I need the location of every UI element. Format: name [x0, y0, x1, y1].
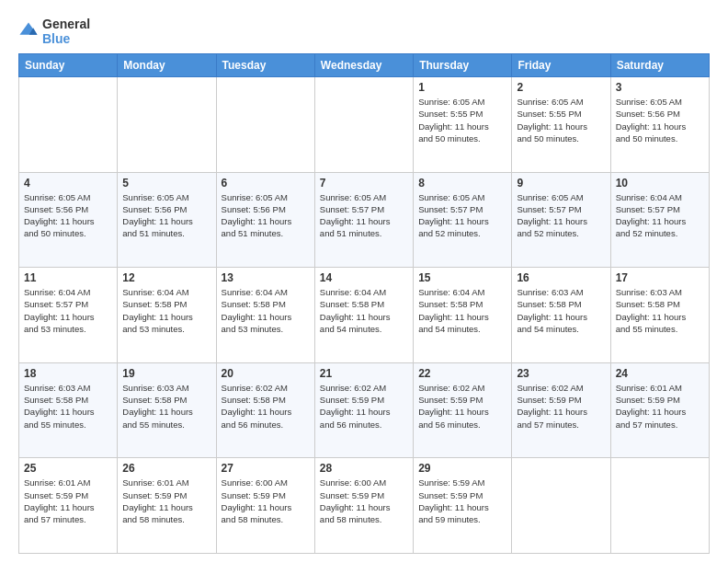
calendar-cell: 2Sunrise: 6:05 AMSunset: 5:55 PMDaylight… — [512, 77, 610, 173]
header: General Blue — [18, 17, 710, 46]
calendar-cell: 26Sunrise: 6:01 AMSunset: 5:59 PMDayligh… — [118, 458, 216, 554]
day-number: 25 — [24, 462, 112, 475]
calendar-cell — [512, 458, 610, 554]
calendar-cell: 12Sunrise: 6:04 AMSunset: 5:58 PMDayligh… — [118, 268, 216, 363]
day-detail: Sunrise: 6:05 AMSunset: 5:55 PMDaylight:… — [418, 96, 506, 144]
calendar-cell — [610, 458, 709, 554]
day-detail: Sunrise: 6:00 AMSunset: 5:59 PMDaylight:… — [222, 477, 310, 525]
day-number: 17 — [616, 271, 704, 284]
logo-icon — [18, 21, 39, 41]
day-number: 26 — [122, 462, 210, 475]
day-number: 23 — [517, 367, 605, 380]
page: General Blue SundayMondayTuesdayWednesda… — [0, 0, 728, 563]
calendar-header-row: SundayMondayTuesdayWednesdayThursdayFrid… — [19, 54, 710, 77]
calendar-cell — [19, 77, 118, 173]
calendar-header-friday: Friday — [512, 54, 610, 77]
day-detail: Sunrise: 6:02 AMSunset: 5:59 PMDaylight:… — [320, 382, 408, 431]
day-number: 9 — [517, 177, 605, 190]
day-detail: Sunrise: 6:03 AMSunset: 5:58 PMDaylight:… — [616, 286, 704, 335]
calendar-header-saturday: Saturday — [610, 54, 709, 77]
calendar-header-wednesday: Wednesday — [314, 54, 413, 77]
day-detail: Sunrise: 6:03 AMSunset: 5:58 PMDaylight:… — [517, 286, 605, 335]
day-detail: Sunrise: 6:05 AMSunset: 5:57 PMDaylight:… — [418, 191, 506, 240]
calendar-week-4: 18Sunrise: 6:03 AMSunset: 5:58 PMDayligh… — [19, 362, 710, 458]
calendar-cell: 18Sunrise: 6:03 AMSunset: 5:58 PMDayligh… — [19, 362, 118, 458]
day-detail: Sunrise: 6:02 AMSunset: 5:59 PMDaylight:… — [517, 382, 605, 431]
day-number: 29 — [418, 462, 506, 475]
day-detail: Sunrise: 6:02 AMSunset: 5:59 PMDaylight:… — [418, 382, 506, 431]
day-number: 19 — [122, 367, 210, 380]
logo: General Blue — [18, 17, 90, 46]
calendar-cell: 3Sunrise: 6:05 AMSunset: 5:56 PMDaylight… — [610, 77, 709, 173]
calendar-cell: 15Sunrise: 6:04 AMSunset: 5:58 PMDayligh… — [414, 268, 512, 363]
calendar-week-3: 11Sunrise: 6:04 AMSunset: 5:57 PMDayligh… — [19, 268, 710, 363]
day-detail: Sunrise: 6:02 AMSunset: 5:58 PMDaylight:… — [222, 382, 310, 431]
day-number: 13 — [222, 271, 310, 284]
day-detail: Sunrise: 6:05 AMSunset: 5:57 PMDaylight:… — [517, 191, 605, 240]
logo-text: General Blue — [42, 17, 90, 46]
calendar-cell: 20Sunrise: 6:02 AMSunset: 5:58 PMDayligh… — [216, 362, 314, 458]
day-number: 24 — [616, 367, 704, 380]
day-number: 7 — [320, 177, 408, 190]
calendar-cell — [314, 77, 413, 173]
day-detail: Sunrise: 6:05 AMSunset: 5:56 PMDaylight:… — [122, 191, 210, 240]
day-detail: Sunrise: 6:04 AMSunset: 5:58 PMDaylight:… — [222, 286, 310, 335]
calendar-cell: 21Sunrise: 6:02 AMSunset: 5:59 PMDayligh… — [314, 362, 413, 458]
calendar-header-thursday: Thursday — [414, 54, 512, 77]
day-detail: Sunrise: 6:05 AMSunset: 5:56 PMDaylight:… — [616, 96, 704, 144]
calendar-cell: 4Sunrise: 6:05 AMSunset: 5:56 PMDaylight… — [19, 172, 118, 268]
day-number: 11 — [24, 271, 112, 284]
calendar-cell: 13Sunrise: 6:04 AMSunset: 5:58 PMDayligh… — [216, 268, 314, 363]
calendar-cell: 19Sunrise: 6:03 AMSunset: 5:58 PMDayligh… — [118, 362, 216, 458]
day-detail: Sunrise: 6:01 AMSunset: 5:59 PMDaylight:… — [24, 477, 112, 525]
day-detail: Sunrise: 6:05 AMSunset: 5:55 PMDaylight:… — [517, 96, 605, 144]
calendar-cell: 23Sunrise: 6:02 AMSunset: 5:59 PMDayligh… — [512, 362, 610, 458]
day-number: 22 — [418, 367, 506, 380]
day-number: 14 — [320, 271, 408, 284]
day-number: 16 — [517, 271, 605, 284]
calendar-cell: 5Sunrise: 6:05 AMSunset: 5:56 PMDaylight… — [118, 172, 216, 268]
day-number: 2 — [517, 81, 605, 94]
calendar-cell: 28Sunrise: 6:00 AMSunset: 5:59 PMDayligh… — [314, 458, 413, 554]
day-detail: Sunrise: 6:03 AMSunset: 5:58 PMDaylight:… — [24, 382, 112, 431]
day-number: 28 — [320, 462, 408, 475]
calendar-header-tuesday: Tuesday — [216, 54, 314, 77]
calendar-cell: 9Sunrise: 6:05 AMSunset: 5:57 PMDaylight… — [512, 172, 610, 268]
day-detail: Sunrise: 6:04 AMSunset: 5:57 PMDaylight:… — [616, 191, 704, 240]
calendar-header-monday: Monday — [118, 54, 216, 77]
calendar-table: SundayMondayTuesdayWednesdayThursdayFrid… — [18, 53, 710, 554]
day-number: 4 — [24, 177, 112, 190]
calendar-cell: 29Sunrise: 5:59 AMSunset: 5:59 PMDayligh… — [414, 458, 512, 554]
day-number: 15 — [418, 271, 506, 284]
calendar-week-2: 4Sunrise: 6:05 AMSunset: 5:56 PMDaylight… — [19, 172, 710, 268]
day-detail: Sunrise: 6:04 AMSunset: 5:58 PMDaylight:… — [418, 286, 506, 335]
day-number: 27 — [222, 462, 310, 475]
calendar-week-1: 1Sunrise: 6:05 AMSunset: 5:55 PMDaylight… — [19, 77, 710, 173]
calendar-cell — [118, 77, 216, 173]
day-detail: Sunrise: 6:00 AMSunset: 5:59 PMDaylight:… — [320, 477, 408, 525]
calendar-cell: 22Sunrise: 6:02 AMSunset: 5:59 PMDayligh… — [414, 362, 512, 458]
calendar-cell: 10Sunrise: 6:04 AMSunset: 5:57 PMDayligh… — [610, 172, 709, 268]
day-detail: Sunrise: 6:05 AMSunset: 5:56 PMDaylight:… — [24, 191, 112, 240]
calendar-cell: 14Sunrise: 6:04 AMSunset: 5:58 PMDayligh… — [314, 268, 413, 363]
day-number: 20 — [222, 367, 310, 380]
day-detail: Sunrise: 6:05 AMSunset: 5:57 PMDaylight:… — [320, 191, 408, 240]
calendar-cell: 7Sunrise: 6:05 AMSunset: 5:57 PMDaylight… — [314, 172, 413, 268]
calendar-cell: 6Sunrise: 6:05 AMSunset: 5:56 PMDaylight… — [216, 172, 314, 268]
calendar-cell — [216, 77, 314, 173]
day-detail: Sunrise: 6:04 AMSunset: 5:57 PMDaylight:… — [24, 286, 112, 335]
day-detail: Sunrise: 6:01 AMSunset: 5:59 PMDaylight:… — [616, 382, 704, 431]
calendar-cell: 17Sunrise: 6:03 AMSunset: 5:58 PMDayligh… — [610, 268, 709, 363]
calendar-header-sunday: Sunday — [19, 54, 118, 77]
calendar-cell: 27Sunrise: 6:00 AMSunset: 5:59 PMDayligh… — [216, 458, 314, 554]
day-number: 6 — [222, 177, 310, 190]
day-number: 12 — [122, 271, 210, 284]
calendar-cell: 11Sunrise: 6:04 AMSunset: 5:57 PMDayligh… — [19, 268, 118, 363]
day-number: 8 — [418, 177, 506, 190]
day-detail: Sunrise: 6:04 AMSunset: 5:58 PMDaylight:… — [122, 286, 210, 335]
calendar-cell: 25Sunrise: 6:01 AMSunset: 5:59 PMDayligh… — [19, 458, 118, 554]
day-number: 3 — [616, 81, 704, 94]
day-number: 5 — [122, 177, 210, 190]
day-detail: Sunrise: 6:01 AMSunset: 5:59 PMDaylight:… — [122, 477, 210, 525]
day-detail: Sunrise: 6:05 AMSunset: 5:56 PMDaylight:… — [222, 191, 310, 240]
